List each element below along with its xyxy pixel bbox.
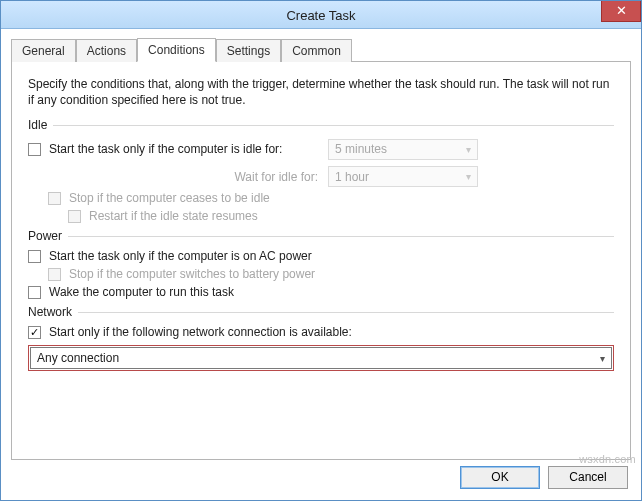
title-bar: Create Task ✕ (1, 1, 641, 29)
dialog-buttons: OK Cancel (460, 466, 628, 489)
select-network-connection[interactable]: Any connection ▾ (30, 347, 612, 369)
select-network-value: Any connection (37, 351, 119, 365)
tab-general[interactable]: General (11, 39, 76, 62)
row-stop-if-ceases: Stop if the computer ceases to be idle (48, 191, 614, 205)
watermark: wsxdn.com (579, 453, 636, 465)
label-only-if-network: Start only if the following network conn… (49, 325, 352, 339)
checkbox-stop-if-ceases (48, 192, 61, 205)
checkbox-stop-on-battery (48, 268, 61, 281)
select-idle-time[interactable]: 5 minutes ▾ (328, 139, 478, 160)
conditions-panel: Specify the conditions that, along with … (11, 62, 631, 460)
checkbox-only-if-network[interactable] (28, 326, 41, 339)
label-only-ac: Start the task only if the computer is o… (49, 249, 312, 263)
chevron-down-icon: ▾ (600, 353, 605, 364)
tab-common[interactable]: Common (281, 39, 352, 62)
row-stop-on-battery: Stop if the computer switches to battery… (48, 267, 614, 281)
divider (68, 236, 614, 237)
group-idle-label: Idle (28, 118, 47, 132)
checkbox-only-ac[interactable] (28, 250, 41, 263)
row-only-ac: Start the task only if the computer is o… (28, 249, 614, 263)
divider (78, 312, 614, 313)
select-wait-time[interactable]: 1 hour ▾ (328, 166, 478, 187)
ok-button[interactable]: OK (460, 466, 540, 489)
group-power-label: Power (28, 229, 62, 243)
tab-settings[interactable]: Settings (216, 39, 281, 62)
checkbox-start-if-idle[interactable] (28, 143, 41, 156)
window-title: Create Task (286, 7, 355, 22)
divider (53, 125, 614, 126)
cancel-button[interactable]: Cancel (548, 466, 628, 489)
checkbox-restart-if-resumes (68, 210, 81, 223)
group-idle-header: Idle (28, 118, 614, 132)
close-button[interactable]: ✕ (601, 1, 641, 22)
group-power-header: Power (28, 229, 614, 243)
tab-strip: General Actions Conditions Settings Comm… (11, 37, 631, 62)
chevron-down-icon: ▾ (466, 171, 471, 182)
label-wait-for-idle: Wait for idle for: (28, 170, 328, 184)
label-restart-if-resumes: Restart if the idle state resumes (89, 209, 258, 223)
label-stop-on-battery: Stop if the computer switches to battery… (69, 267, 315, 281)
tab-actions[interactable]: Actions (76, 39, 137, 62)
group-network-label: Network (28, 305, 72, 319)
label-stop-if-ceases: Stop if the computer ceases to be idle (69, 191, 270, 205)
select-wait-time-value: 1 hour (335, 170, 369, 184)
group-network-header: Network (28, 305, 614, 319)
row-only-if-network: Start only if the following network conn… (28, 325, 614, 339)
intro-text: Specify the conditions that, along with … (28, 76, 614, 108)
row-wake: Wake the computer to run this task (28, 285, 614, 299)
checkbox-wake[interactable] (28, 286, 41, 299)
label-wake: Wake the computer to run this task (49, 285, 234, 299)
tab-conditions[interactable]: Conditions (137, 38, 216, 62)
network-select-highlight: Any connection ▾ (28, 345, 614, 371)
select-idle-time-value: 5 minutes (335, 142, 387, 156)
close-icon: ✕ (616, 3, 627, 18)
row-start-if-idle: Start the task only if the computer is i… (28, 142, 328, 156)
label-start-if-idle: Start the task only if the computer is i… (49, 142, 282, 156)
chevron-down-icon: ▾ (466, 144, 471, 155)
row-restart-if-resumes: Restart if the idle state resumes (68, 209, 614, 223)
